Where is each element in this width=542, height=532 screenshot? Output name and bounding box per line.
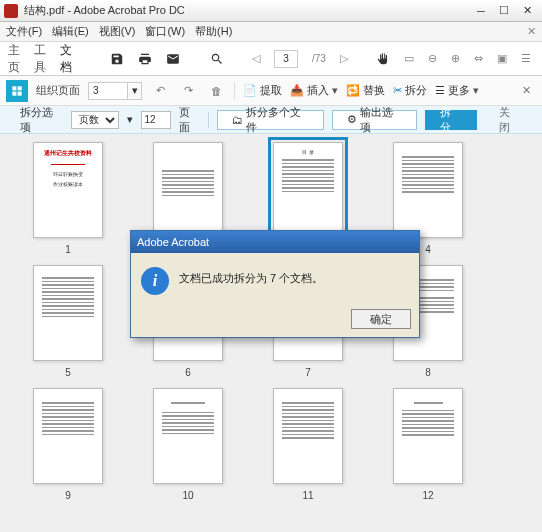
rotate-right-icon[interactable]: ↷ <box>178 81 198 101</box>
fit-width-icon[interactable]: ⇔ <box>474 50 483 68</box>
split-count-input[interactable] <box>141 111 171 129</box>
thumb-label: 10 <box>182 490 193 501</box>
org-page-dropdown[interactable]: ▾ <box>128 82 142 100</box>
page-thumb-3[interactable]: 目 录 <box>273 142 343 238</box>
output-options-button[interactable]: ⚙ 输出选项 <box>332 110 417 130</box>
organize-pages-icon[interactable] <box>6 80 28 102</box>
replace-button[interactable]: 🔁替换 <box>346 83 385 98</box>
dialog-title: Adobe Acrobat <box>131 231 419 253</box>
page-total: /73 <box>312 53 326 64</box>
thumb-label: 12 <box>422 490 433 501</box>
more-button[interactable]: ☰更多▾ <box>435 83 479 98</box>
close-panel-icon[interactable]: ✕ <box>516 81 536 101</box>
files-icon: 🗂 <box>232 114 243 126</box>
thumb-label: 11 <box>302 490 313 501</box>
print-icon[interactable] <box>136 50 154 68</box>
menu-edit[interactable]: 编辑(E) <box>52 24 89 39</box>
org-page-input[interactable] <box>88 82 128 100</box>
hand-icon[interactable] <box>376 50 390 68</box>
svg-rect-3 <box>18 91 22 95</box>
split-unit-label: 页面 <box>179 105 200 135</box>
menu-file[interactable]: 文件(F) <box>6 24 42 39</box>
page-thumb-5[interactable] <box>33 265 103 361</box>
svg-rect-2 <box>12 91 16 95</box>
tab-tools[interactable]: 工具 <box>34 42 46 76</box>
insert-button[interactable]: 📥插入▾ <box>290 83 338 98</box>
menu-window[interactable]: 窗口(W) <box>145 24 185 39</box>
split-options-label: 拆分选项 <box>20 105 63 135</box>
split-multiple-button[interactable]: 🗂 拆分多个文件 <box>217 110 324 130</box>
info-icon: i <box>141 267 169 295</box>
dialog-ok-button[interactable]: 确定 <box>351 309 411 329</box>
split-go-button[interactable]: 拆分 <box>425 110 476 130</box>
minimize-button[interactable]: ─ <box>470 3 492 19</box>
insert-icon: 📥 <box>290 84 304 97</box>
thumb-label: 8 <box>425 367 431 378</box>
gear-icon: ⚙ <box>347 113 357 126</box>
dialog-message: 文档已成功拆分为 7 个文档。 <box>179 267 323 286</box>
page-thumb-1[interactable]: 通州记生共校资料环日轩账快变作业核账读本 <box>33 142 103 238</box>
rotate-left-icon[interactable]: ↶ <box>150 81 170 101</box>
organize-label: 组织页面 <box>36 83 80 98</box>
scissors-icon: ✂ <box>393 84 402 97</box>
more-icon: ☰ <box>435 84 445 97</box>
thumb-label: 9 <box>65 490 71 501</box>
fit-page-icon[interactable]: ▣ <box>497 50 507 68</box>
split-options-bar: 拆分选项 页数 ▾ 页面 🗂 拆分多个文件 ⚙ 输出选项 拆分 关闭 <box>0 106 542 134</box>
page-prev-icon[interactable]: ◁ <box>252 50 260 68</box>
menu-help[interactable]: 帮助(H) <box>195 24 232 39</box>
alert-dialog: Adobe Acrobat i 文档已成功拆分为 7 个文档。 确定 <box>130 230 420 338</box>
menu-view[interactable]: 视图(V) <box>99 24 136 39</box>
organize-toolbar: 组织页面 ▾ ↶ ↷ 🗑 📄提取 📥插入▾ 🔁替换 ✂拆分 ☰更多▾ ✕ <box>0 76 542 106</box>
thumb-label: 6 <box>185 367 191 378</box>
thumb-label: 5 <box>65 367 71 378</box>
split-mode-select[interactable]: 页数 <box>71 111 119 129</box>
mail-icon[interactable] <box>164 50 182 68</box>
page-thumb-4[interactable] <box>393 142 463 238</box>
page-thumb-12[interactable] <box>393 388 463 484</box>
page-next-icon[interactable]: ▷ <box>340 50 348 68</box>
app-icon <box>4 4 18 18</box>
replace-icon: 🔁 <box>346 84 360 97</box>
main-toolbar: 主页 工具 文档 ◁ /73 ▷ ▭ ⊖ ⊕ ⇔ ▣ ☰ ✎ 登录 <box>0 42 542 76</box>
close-button[interactable]: ✕ <box>516 3 538 19</box>
tab-home[interactable]: 主页 <box>8 42 20 76</box>
select-icon[interactable]: ▭ <box>404 50 414 68</box>
zoom-in-icon[interactable]: ⊕ <box>451 50 460 68</box>
split-button[interactable]: ✂拆分 <box>393 83 427 98</box>
read-mode-icon[interactable]: ☰ <box>521 50 531 68</box>
zoom-out-icon[interactable]: ⊖ <box>428 50 437 68</box>
separator <box>234 82 235 100</box>
page-thumb-10[interactable] <box>153 388 223 484</box>
titlebar: 结构.pdf - Adobe Acrobat Pro DC ─ ☐ ✕ <box>0 0 542 22</box>
thumb-label: 4 <box>425 244 431 255</box>
maximize-button[interactable]: ☐ <box>493 3 515 19</box>
page-thumb-11[interactable] <box>273 388 343 484</box>
menubar-close-icon[interactable]: ✕ <box>527 25 536 38</box>
extract-button[interactable]: 📄提取 <box>243 83 282 98</box>
window-title: 结构.pdf - Adobe Acrobat Pro DC <box>24 3 469 18</box>
page-number-input[interactable] <box>274 50 298 68</box>
menubar: 文件(F) 编辑(E) 视图(V) 窗口(W) 帮助(H) ✕ <box>0 22 542 42</box>
page-thumb-2[interactable] <box>153 142 223 238</box>
extract-icon: 📄 <box>243 84 257 97</box>
thumb-label: 7 <box>305 367 311 378</box>
separator <box>208 112 209 128</box>
page-thumb-9[interactable] <box>33 388 103 484</box>
svg-rect-0 <box>12 86 16 90</box>
svg-rect-1 <box>18 86 22 90</box>
thumb-label: 1 <box>65 244 71 255</box>
tab-document[interactable]: 文档 <box>60 42 72 76</box>
search-icon[interactable] <box>210 50 224 68</box>
save-icon[interactable] <box>108 50 126 68</box>
delete-page-icon[interactable]: 🗑 <box>206 81 226 101</box>
split-close-button[interactable]: 关闭 <box>485 110 534 130</box>
